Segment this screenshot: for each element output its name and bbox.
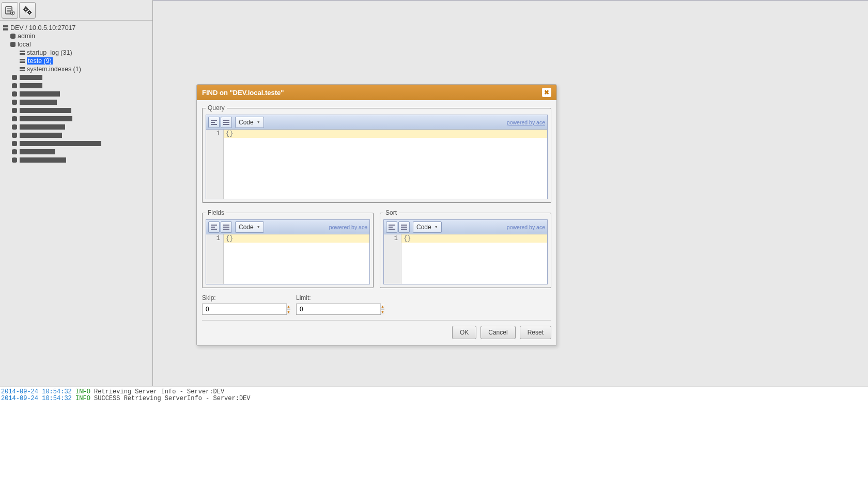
- svg-rect-32: [20, 70, 25, 71]
- svg-point-41: [12, 94, 17, 97]
- tree-db-node[interactable]: local: [2, 40, 150, 49]
- query-editor: Code▼ powered by ace 1 {}: [206, 115, 548, 199]
- svg-rect-15: [29, 10, 29, 11]
- powered-by-link[interactable]: powered by ace: [329, 224, 367, 230]
- gears-icon: [22, 5, 33, 16]
- redacted-label: [20, 116, 72, 121]
- tree-db-node-redacted[interactable]: [2, 139, 150, 148]
- close-icon: ✖: [544, 89, 549, 96]
- tree-db-node-redacted[interactable]: [2, 106, 150, 115]
- settings-button[interactable]: [19, 2, 36, 19]
- tree-collection-node[interactable]: teste (9): [2, 57, 150, 65]
- format-collapse-button[interactable]: [208, 117, 220, 128]
- database-icon: [11, 149, 18, 155]
- tree-db-node-redacted[interactable]: [2, 123, 150, 131]
- code-line: {}: [401, 234, 547, 243]
- tree-server-node[interactable]: DEV / 10.0.5.10:27017: [2, 24, 150, 32]
- skip-input-wrapper: ▲ ▼: [202, 304, 287, 315]
- query-editor-body[interactable]: 1 {}: [206, 130, 547, 199]
- skip-field: Skip: ▲ ▼: [202, 294, 287, 315]
- find-dialog: FIND on "DEV.local.teste" ✖ Query Code▼ …: [196, 84, 557, 346]
- spinner-up-button[interactable]: ▲: [287, 304, 290, 310]
- format-expand-button[interactable]: [398, 221, 410, 233]
- database-icon: [9, 41, 17, 48]
- collection-icon: [19, 49, 26, 56]
- svg-rect-27: [20, 51, 25, 52]
- redacted-label: [20, 108, 71, 113]
- tree-server-label: DEV / 10.0.5.10:27017: [10, 24, 75, 31]
- format-collapse-button[interactable]: [386, 221, 397, 233]
- svg-point-59: [12, 144, 17, 146]
- powered-by-link[interactable]: powered by ace: [507, 224, 545, 230]
- svg-rect-16: [29, 14, 29, 15]
- svg-rect-10: [25, 11, 26, 12]
- database-icon: [11, 124, 18, 130]
- tree-db-node-redacted[interactable]: [2, 82, 150, 90]
- svg-point-26: [10, 45, 16, 47]
- tree-collection-label: system.indexes (1): [27, 66, 81, 73]
- limit-spinner: ▲ ▼: [380, 304, 384, 314]
- tree-db-node-redacted[interactable]: [2, 131, 150, 139]
- svg-point-14: [29, 11, 30, 12]
- database-icon: [11, 74, 18, 81]
- editor-mode-dropdown[interactable]: Code▼: [413, 221, 442, 233]
- limit-input-wrapper: ▲ ▼: [296, 304, 381, 315]
- tree-collection-node[interactable]: system.indexes (1): [2, 65, 150, 73]
- cancel-button[interactable]: Cancel: [481, 326, 515, 339]
- fields-editor-body[interactable]: 1 {}: [206, 234, 369, 284]
- tree-db-node-redacted[interactable]: [2, 115, 150, 123]
- tree-collection-node[interactable]: startup_log (31): [2, 49, 150, 57]
- svg-rect-30: [20, 61, 25, 63]
- add-server-button[interactable]: [2, 2, 18, 19]
- format-collapse-button[interactable]: [208, 221, 220, 233]
- svg-point-8: [25, 8, 27, 10]
- spinner-down-button[interactable]: ▼: [287, 310, 290, 315]
- editor-code[interactable]: {}: [224, 130, 547, 199]
- ok-button[interactable]: OK: [452, 326, 476, 339]
- align-justify-icon: [400, 224, 408, 230]
- database-icon: [11, 132, 18, 138]
- chevron-down-icon: ▼: [435, 225, 438, 229]
- tree-db-node[interactable]: admin: [2, 32, 150, 40]
- tree-collection-label: teste (9): [27, 57, 53, 65]
- editor-toolbar: Code▼ powered by ace: [206, 115, 547, 130]
- editor-mode-label: Code: [239, 224, 254, 231]
- database-icon: [9, 33, 17, 40]
- dialog-close-button[interactable]: ✖: [542, 88, 551, 97]
- skip-input[interactable]: [203, 304, 286, 314]
- editor-code[interactable]: {}: [224, 234, 369, 284]
- spinner-down-button[interactable]: ▼: [381, 310, 384, 315]
- sort-legend: Sort: [383, 209, 399, 216]
- redacted-label: [20, 124, 65, 130]
- editor-code[interactable]: {}: [401, 234, 547, 284]
- editor-mode-dropdown[interactable]: Code▼: [235, 117, 264, 128]
- align-justify-icon: [223, 119, 230, 125]
- database-icon: [11, 91, 18, 97]
- tree-db-node-redacted[interactable]: [2, 148, 150, 156]
- database-tree: DEV / 10.0.5.10:27017 admin local startu…: [0, 21, 152, 167]
- svg-rect-12: [28, 9, 29, 10]
- tree-db-node-redacted[interactable]: [2, 156, 150, 164]
- reset-button[interactable]: Reset: [520, 326, 551, 339]
- collection-icon: [19, 57, 26, 65]
- tree-db-node-redacted[interactable]: [2, 73, 150, 82]
- redacted-label: [20, 141, 101, 146]
- format-expand-button[interactable]: [221, 221, 232, 233]
- sort-editor-body[interactable]: 1 {}: [384, 234, 547, 284]
- redacted-label: [20, 149, 55, 154]
- redacted-label: [20, 133, 62, 138]
- tree-db-node-redacted[interactable]: [2, 98, 150, 106]
- sidebar-toolbar: [0, 0, 152, 21]
- tree-db-label: local: [18, 41, 31, 48]
- redacted-label: [20, 100, 57, 105]
- limit-input[interactable]: [297, 304, 380, 314]
- spinner-up-button[interactable]: ▲: [381, 304, 384, 310]
- editor-toolbar: Code▼ powered by ace: [206, 220, 369, 234]
- dialog-titlebar[interactable]: FIND on "DEV.local.teste" ✖: [197, 85, 556, 100]
- log-console: 2014-09-24 10:54:32 INFO Retrieving Serv…: [0, 387, 868, 493]
- format-expand-button[interactable]: [221, 117, 232, 128]
- editor-mode-dropdown[interactable]: Code▼: [235, 221, 264, 233]
- powered-by-link[interactable]: powered by ace: [507, 119, 545, 125]
- svg-rect-17: [27, 12, 28, 12]
- tree-db-node-redacted[interactable]: [2, 90, 150, 98]
